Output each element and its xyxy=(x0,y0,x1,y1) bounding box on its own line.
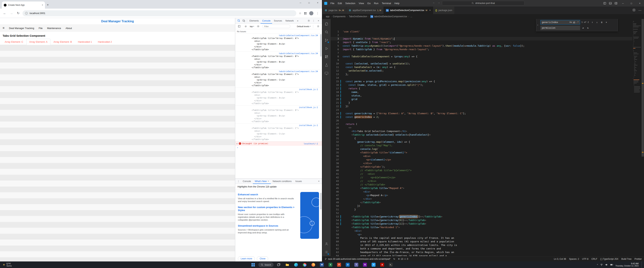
console-error-row[interactable]: ▸ × Uncaught (in promise) localhost/:1 xyxy=(235,142,322,146)
hamburger-menu-icon[interactable]: ≡ xyxy=(2,26,4,30)
settings-icon[interactable] xyxy=(322,248,330,256)
appbar-menu-maintenance[interactable]: Maintenance xyxy=(47,27,61,29)
breadcrumb-item-app[interactable]: app xyxy=(326,15,330,18)
hidden-icons-chevron[interactable]: ^ xyxy=(597,264,598,266)
inspect-element-icon[interactable] xyxy=(236,18,241,23)
chrome-icon[interactable] xyxy=(301,262,308,268)
page-tab-hardcoded-2[interactable]: Hardcoded 2 xyxy=(95,39,114,45)
regex-icon[interactable]: .* xyxy=(576,21,578,23)
next-match-icon[interactable]: ↓ xyxy=(595,21,599,23)
console-source-link[interactable]: installHook.js:1 xyxy=(299,106,318,108)
status-crlf[interactable]: CRLF xyxy=(591,258,597,260)
console-scrollbar[interactable] xyxy=(320,34,322,56)
source-control-icon[interactable] xyxy=(322,36,330,44)
match-case-icon[interactable]: Aa xyxy=(570,21,572,23)
close-button[interactable]: × xyxy=(636,0,644,6)
close-find-icon[interactable]: × xyxy=(605,21,608,23)
drawer-tab-network-conditions[interactable]: Network conditions xyxy=(271,179,294,184)
editor-tab-appbarcomponent-tsx[interactable]: appBarComponent.tsx1, M xyxy=(346,6,384,14)
outlook-icon[interactable]: O xyxy=(344,262,351,268)
teams-icon[interactable]: T xyxy=(353,262,360,268)
console-sidebar-icon[interactable] xyxy=(237,23,242,29)
nav-forward-icon[interactable]: → xyxy=(438,1,440,4)
command-center-search[interactable]: dmtracker-port-final xyxy=(442,1,524,5)
status-prettier[interactable]: Prettier xyxy=(634,258,642,260)
start-icon[interactable] xyxy=(250,262,256,268)
scrollbar-thumb[interactable] xyxy=(642,19,644,157)
appbar-menu-file[interactable]: File xyxy=(38,27,42,29)
page-tab-hardcoded-1[interactable]: Hardcoded 1 xyxy=(75,39,95,45)
menu-selection[interactable]: Selection xyxy=(344,2,357,5)
devtools-tab-network[interactable]: Network xyxy=(284,18,296,23)
previous-match-icon[interactable]: ↑ xyxy=(590,21,594,23)
file-explorer-icon[interactable] xyxy=(284,262,291,268)
vscode-icon[interactable]: V xyxy=(370,262,377,268)
whats-new-section-title[interactable]: Streamlined workspace in Sources xyxy=(238,224,298,227)
console-source-link[interactable]: installHook.js:1 xyxy=(299,124,318,126)
whole-word-icon[interactable]: ab xyxy=(573,21,575,23)
close-drawer-icon[interactable]: × xyxy=(316,179,321,184)
status-spaces-2[interactable]: Spaces: 2 xyxy=(569,258,579,260)
drawer-tab-console[interactable]: Console xyxy=(241,179,253,184)
breadcrumb-item-components[interactable]: Components xyxy=(333,15,346,18)
replace-all-icon[interactable]: ⇅ xyxy=(586,26,590,29)
console-source-link[interactable]: tabsGridSelectionComponent.tsx:34 xyxy=(279,34,318,36)
split-editor-icon[interactable] xyxy=(632,8,636,12)
back-button[interactable]: ← xyxy=(2,11,7,15)
devtools-tab-elements[interactable]: Elements xyxy=(248,18,260,23)
remote-explorer-icon[interactable] xyxy=(322,69,330,77)
console-source-link[interactable]: tabsGridSelectionComponent.tsx:34 xyxy=(279,70,318,72)
appbar-menu-about[interactable]: About xyxy=(66,27,72,29)
drawer-menu-icon[interactable]: ⋮ xyxy=(236,179,241,184)
close-tab-icon[interactable]: × xyxy=(268,180,269,182)
powerpoint-icon[interactable]: P xyxy=(336,262,342,268)
device-toolbar-icon[interactable] xyxy=(241,18,246,23)
more-tabs-icon[interactable]: » xyxy=(296,18,300,23)
status-utf-8[interactable]: UTF-8 xyxy=(582,258,588,260)
search-icon[interactable]: Search xyxy=(258,262,274,268)
breadcrumb-item-[interactable]: ... xyxy=(410,15,412,18)
expand-triangle-icon[interactable]: ▸ xyxy=(237,143,238,145)
devtools-close-icon[interactable]: × xyxy=(316,18,321,23)
devtools-tab-console[interactable]: Console xyxy=(260,18,272,23)
reload-button[interactable]: ↻ xyxy=(16,11,20,15)
eye-icon[interactable] xyxy=(256,23,260,29)
minimap[interactable] xyxy=(632,19,642,256)
more-actions-icon[interactable]: ⋯ xyxy=(638,8,642,12)
menu-run[interactable]: Run xyxy=(372,2,380,5)
network-icon[interactable] xyxy=(600,263,603,266)
browser-menu-icon[interactable]: ⋮ xyxy=(316,11,319,15)
toggle-bottom-panel-icon[interactable] xyxy=(608,0,613,6)
git-branch-indicator[interactable]: task-30-add-authorized-tabs-commission-a… xyxy=(324,258,390,260)
close-button[interactable]: × xyxy=(314,0,322,5)
tab-close-icon[interactable]: × xyxy=(42,4,43,6)
acrobat-icon[interactable]: A xyxy=(379,262,386,268)
whats-new-section-title[interactable]: Enhanced search xyxy=(238,193,298,196)
minimize-button[interactable]: ─ xyxy=(296,0,305,5)
menu-view[interactable]: View xyxy=(357,2,366,5)
console-source-link[interactable]: tabsGridSelectionComponent.tsx:34 xyxy=(279,52,318,54)
new-tab-button[interactable]: + xyxy=(47,3,49,7)
replace-input[interactable]: permission xyxy=(540,26,580,30)
accounts-icon[interactable] xyxy=(322,240,330,248)
extensions-icon[interactable] xyxy=(322,53,330,61)
error-source-link[interactable]: localhost/:1 xyxy=(304,143,318,145)
browser-tab[interactable]: Create Next App × xyxy=(2,1,45,8)
volume-icon[interactable] xyxy=(605,263,608,266)
toggle-panel-icon[interactable] xyxy=(602,0,608,6)
task-view-icon[interactable] xyxy=(275,262,282,268)
whats-new-section-title[interactable]: New section for custom properties in Ele… xyxy=(238,206,298,212)
terminal-icon[interactable]: >_ xyxy=(388,262,394,268)
drawer-tab-issues[interactable]: Issues xyxy=(294,179,304,184)
excel-icon[interactable]: X xyxy=(327,262,334,268)
problems-indicator[interactable]: ⊗13 ⚠0 xyxy=(398,258,408,260)
battery-icon[interactable] xyxy=(610,263,613,266)
menu-edit[interactable]: Edit xyxy=(336,2,344,5)
issues-status[interactable]: No Issues xyxy=(235,29,322,34)
devtools-menu-icon[interactable]: ⋮ xyxy=(311,18,316,23)
devtools-settings-icon[interactable] xyxy=(306,18,311,23)
editor-tab-package-json[interactable]: {}package.json xyxy=(433,6,455,14)
menu-help[interactable]: Help xyxy=(393,2,401,5)
onenote-icon[interactable]: N xyxy=(362,262,368,268)
log-levels-selector[interactable]: Default levels▾ xyxy=(297,25,310,27)
